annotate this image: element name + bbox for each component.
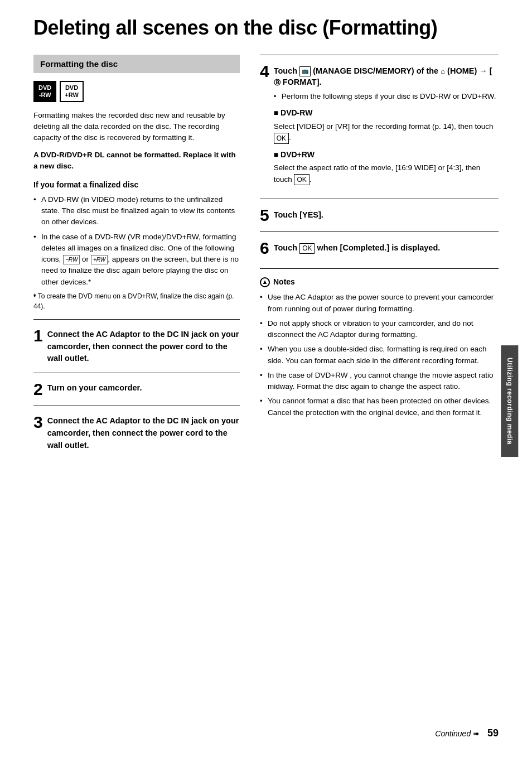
divider — [33, 406, 240, 406]
page-title: Deleting all scenes on the disc (Formatt… — [33, 17, 499, 39]
dvd-badges: DVD-RW DVD+RW — [33, 81, 240, 102]
list-item: A DVD-RW (in VIDEO mode) returns to the … — [33, 194, 240, 228]
list-item: In the case of a DVD-RW (VR mode)/DVD+RW… — [33, 232, 240, 288]
right-column: 4 Touch 📺 (MANAGE DISC/MEMORY) of the ⌂ … — [260, 55, 499, 452]
dvd-plus-rw-sub-heading: DVD+RW — [274, 150, 499, 161]
home-icon: ⌂ — [441, 66, 445, 76]
notes-label: Notes — [273, 277, 295, 288]
side-tab: Utilizing recording media — [501, 345, 519, 457]
finalized-disc-heading: If you format a finalized disc — [33, 180, 240, 191]
ok-icon: OK — [274, 133, 289, 144]
list-item: Perform the following steps if your disc… — [274, 91, 499, 102]
page-number: 59 — [487, 727, 499, 739]
icon-rw-pos: +RW — [91, 255, 108, 264]
step-1: 1 Connect the AC Adaptor to the DC IN ja… — [33, 327, 240, 365]
finalized-disc-bullets: A DVD-RW (in VIDEO mode) returns to the … — [33, 194, 240, 311]
notes-heading: ▲ Notes — [260, 277, 499, 288]
step-6-content: Touch OK when [Completed.] is displayed. — [274, 240, 499, 257]
step-2-number: 2 — [33, 381, 43, 398]
divider — [260, 268, 499, 269]
step-2: 2 Turn on your camcorder. — [33, 381, 240, 398]
ok-icon-2: OK — [294, 174, 309, 185]
footer-continued: Continued ➠ — [435, 729, 480, 738]
notes-icon: ▲ — [260, 277, 270, 287]
list-item: In the case of DVD+RW , you cannot chang… — [260, 370, 499, 393]
step-5-title: Touch [YES]. — [274, 209, 499, 220]
dvd-rw-sub-text: Select [VIDEO] or [VR] for the recording… — [274, 121, 499, 144]
main-columns: Formatting the disc DVD-RW DVD+RW Format… — [33, 55, 499, 452]
notes-section: ▲ Notes Use the AC Adaptor as the power … — [260, 277, 499, 418]
list-item: Do not apply shock or vibration to your … — [260, 318, 499, 341]
intro-text: Formatting makes the recorded disc new a… — [33, 110, 240, 144]
step-6-number: 6 — [260, 240, 269, 257]
divider — [260, 199, 499, 199]
step-4-number: 4 — [260, 63, 269, 80]
notes-list: Use the AC Adaptor as the power source t… — [260, 292, 499, 418]
step-6: 6 Touch OK when [Completed.] is displaye… — [260, 240, 499, 257]
ok-icon-3: OK — [299, 243, 315, 254]
step-2-content: Turn on your camcorder. — [47, 381, 240, 394]
step-4-content: Touch 📺 (MANAGE DISC/MEMORY) of the ⌂ (H… — [274, 63, 499, 191]
step-3-content: Connect the AC Adaptor to the DC IN jack… — [47, 414, 240, 451]
footer-arrow: ➠ — [473, 729, 480, 738]
dvd-rw-badge: DVD-RW — [33, 81, 56, 102]
dvd-rw-sub-heading: DVD-RW — [274, 108, 499, 119]
list-item: * To create the DVD menu on a DVD+RW, fi… — [33, 291, 240, 311]
step-1-content: Connect the AC Adaptor to the DC IN jack… — [47, 327, 240, 365]
divider — [33, 373, 240, 373]
manage-disc-icon: 📺 — [299, 66, 311, 76]
step-1-number: 1 — [33, 327, 43, 344]
dvd-plus-rw-sub-text: Select the aspect ratio of the movie, [1… — [274, 162, 499, 185]
step-4-title: Touch 📺 (MANAGE DISC/MEMORY) of the ⌂ (H… — [274, 65, 499, 88]
list-item: When you use a double-sided disc, format… — [260, 344, 499, 367]
footer: Continued ➠ 59 — [435, 726, 499, 740]
step-5-content: Touch [YES]. — [274, 207, 499, 224]
divider — [33, 319, 240, 320]
icon-rw-neg: −RW — [63, 255, 80, 264]
format-icon: Ⓑ — [274, 78, 280, 88]
divider-top — [260, 55, 499, 55]
page: Deleting all scenes on the disc (Formatt… — [0, 0, 532, 757]
divider — [260, 232, 499, 232]
step-5: 5 Touch [YES]. — [260, 207, 499, 224]
dvd-plus-rw-badge: DVD+RW — [60, 81, 84, 102]
step-6-title: Touch OK when [Completed.] is displayed. — [274, 242, 499, 254]
step-4: 4 Touch 📺 (MANAGE DISC/MEMORY) of the ⌂ … — [260, 63, 499, 191]
step-4-bullets: Perform the following steps if your disc… — [274, 91, 499, 102]
section-heading: Formatting the disc — [33, 55, 240, 73]
list-item: Use the AC Adaptor as the power source t… — [260, 292, 499, 315]
left-column: Formatting the disc DVD-RW DVD+RW Format… — [33, 55, 240, 452]
list-item: You cannot format a disc that has been p… — [260, 396, 499, 418]
warning-text: A DVD-R/DVD+R DL cannot be formatted. Re… — [33, 150, 240, 172]
step-3-number: 3 — [33, 414, 43, 431]
step-3: 3 Connect the AC Adaptor to the DC IN ja… — [33, 414, 240, 451]
step-5-number: 5 — [260, 207, 269, 224]
